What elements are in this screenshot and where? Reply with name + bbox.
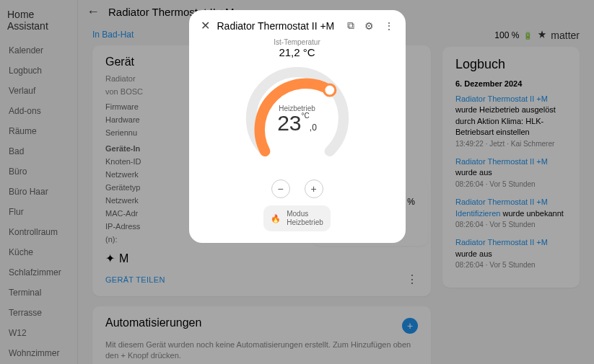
- current-temp-value: 21,2 °C: [201, 46, 394, 58]
- temp-up-button[interactable]: +: [305, 179, 323, 198]
- history-icon[interactable]: ⧉: [347, 19, 354, 32]
- gear-icon[interactable]: ⚙: [364, 20, 374, 32]
- mode-chip[interactable]: 🔥 Modus Heizbetrieb: [263, 205, 331, 231]
- mode-chip-value: Heizbetrieb: [287, 218, 323, 227]
- dialog-title: Radiator Thermostat II +M: [217, 20, 337, 32]
- svg-point-0: [323, 84, 335, 96]
- current-temp-label: Ist-Temperatur: [201, 38, 394, 46]
- thermostat-dialog: ✕ Radiator Thermostat II +M ⧉ ⚙ ⋮ Ist-Te…: [189, 10, 406, 243]
- target-temp: 23°C,0: [277, 112, 317, 134]
- thermostat-gauge[interactable]: Heizbetrieb 23°C,0: [240, 61, 355, 177]
- more-icon[interactable]: ⋮: [384, 20, 394, 32]
- temp-down-button[interactable]: −: [271, 179, 290, 198]
- mode-chip-label: Modus: [287, 210, 323, 218]
- flame-icon: 🔥: [271, 214, 281, 223]
- close-icon[interactable]: ✕: [201, 19, 210, 32]
- dialog-overlay[interactable]: ✕ Radiator Thermostat II +M ⧉ ⚙ ⋮ Ist-Te…: [0, 0, 594, 364]
